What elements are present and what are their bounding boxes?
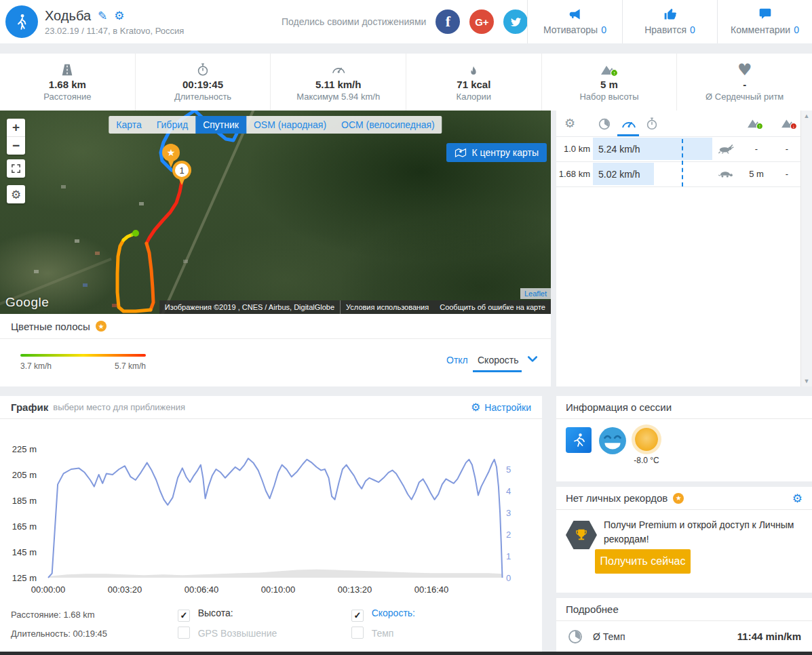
- svg-text:205 m: 205 m: [12, 470, 37, 480]
- stat-calories: 71 kcal Калории: [406, 54, 541, 111]
- chart-footer-duration: Длительность: 00:19:45: [11, 629, 107, 639]
- color-bands-title: Цветные полосы: [11, 321, 90, 332]
- altitude-checkbox-label: Высота:: [198, 608, 233, 618]
- megaphone-icon: [568, 7, 583, 21]
- details-title: Подробнее: [566, 603, 619, 615]
- motivators-button[interactable]: Мотиваторы0: [527, 0, 622, 43]
- session-info-card: Информация о сессии -8.0 °C: [556, 396, 812, 481]
- stat-speed: 5.11 km/h Максимум 5.94 km/h: [270, 54, 406, 111]
- records-settings-gear-icon[interactable]: ⚙: [792, 492, 803, 505]
- svg-text:00:13:20: 00:13:20: [338, 584, 372, 595]
- chevron-down-icon[interactable]: [526, 352, 539, 365]
- bands-mode-tab[interactable]: Скорость: [478, 355, 518, 365]
- activity-title: Ходьба: [45, 8, 91, 24]
- leaflet-attribution[interactable]: Leaflet: [520, 288, 551, 299]
- svg-text:00:16:40: 00:16:40: [414, 584, 449, 595]
- activity-avatar: [5, 5, 38, 38]
- layer-osm-button[interactable]: OSM (народная): [246, 116, 334, 134]
- zoom-out-button[interactable]: −: [7, 137, 25, 155]
- twitter-share-button[interactable]: [503, 9, 528, 34]
- lap-row-2[interactable]: 1.68 km 5.02 km/h 5 m -: [556, 161, 800, 187]
- mood-smiley-icon: [598, 426, 627, 455]
- svg-text:4: 4: [506, 486, 511, 496]
- runner-icon: [571, 432, 587, 448]
- bands-off-link[interactable]: Откл: [446, 355, 468, 365]
- speedometer-icon: [330, 62, 347, 77]
- speed-checkbox[interactable]: ✓: [351, 610, 364, 622]
- turtle-icon: [718, 168, 734, 179]
- ascent-column-icon[interactable]: ↑: [746, 117, 764, 130]
- stat-distance: 1.68 km Расстояние: [0, 54, 135, 111]
- speed-tab-icon-active[interactable]: [620, 117, 638, 132]
- motivators-label: Мотиваторы: [543, 24, 598, 35]
- chart-title: График: [11, 401, 48, 413]
- road-icon: [59, 62, 75, 77]
- center-map-button[interactable]: К центру карты: [446, 143, 547, 162]
- likes-label: Нравится: [644, 24, 687, 35]
- layer-osm-bike-button[interactable]: ОСМ (велосипедная): [334, 116, 442, 134]
- svg-text:145 m: 145 m: [12, 547, 37, 557]
- premium-star-icon: ★: [96, 321, 107, 332]
- likes-button[interactable]: Нравится0: [622, 0, 717, 43]
- lap-speed-value: 5.24 km/h: [598, 144, 640, 155]
- map[interactable]: ★1 Карта Гибрид Спутник OSM (народная) О…: [0, 111, 551, 314]
- edit-pencil-icon[interactable]: ✎: [98, 9, 107, 22]
- pace-checkbox-row: Темп: [351, 627, 393, 639]
- pace-tab-icon[interactable]: [597, 117, 612, 132]
- lap-threshold-dashed-line: [682, 139, 683, 186]
- fullscreen-icon: [11, 163, 21, 174]
- stat-heart-rate-label: Ø Сердечный ритм: [705, 92, 784, 102]
- scroll-down-arrow-icon[interactable]: ▼: [804, 378, 810, 384]
- duration-tab-icon[interactable]: [644, 117, 659, 132]
- svg-text:↓: ↓: [792, 123, 795, 130]
- walking-person-icon: [13, 13, 31, 31]
- comments-button[interactable]: Комментарии0: [717, 0, 812, 43]
- layer-satellite-button[interactable]: Спутник: [195, 116, 246, 134]
- stat-ascent-label: Набор высоты: [579, 92, 638, 102]
- layer-hybrid-button[interactable]: Гибрид: [149, 116, 195, 134]
- share-prompt: Поделись своими достижениями: [282, 16, 426, 27]
- svg-text:00:06:40: 00:06:40: [185, 584, 219, 595]
- altitude-checkbox-row: ✓ Высота:: [178, 608, 233, 622]
- google-plus-share-button[interactable]: G+: [469, 9, 494, 34]
- ascent-mountain-icon: ↑: [600, 62, 619, 77]
- descent-column-icon[interactable]: ↓: [780, 117, 798, 130]
- terms-link[interactable]: Условия использования: [341, 303, 434, 311]
- svg-text:00:10:00: 00:10:00: [261, 584, 296, 595]
- facebook-share-button[interactable]: f: [436, 9, 460, 34]
- laps-scrollbar[interactable]: ▲▼: [800, 111, 812, 386]
- gps-elevation-checkbox[interactable]: [178, 627, 190, 639]
- map-center-icon: [455, 147, 467, 158]
- stat-heart-rate: ♥ - Ø Сердечный ритм: [676, 54, 812, 111]
- stat-duration-value: 00:19:45: [182, 79, 223, 90]
- gradient-min-label: 3.7 km/h: [20, 361, 52, 371]
- chart-hint: выбери место для приближения: [53, 402, 185, 412]
- svg-text:00:00:00: 00:00:00: [31, 584, 66, 595]
- settings-gear-icon[interactable]: ⚙: [114, 9, 124, 22]
- lap-speed-value: 5.02 km/h: [598, 169, 640, 180]
- twitter-bird-icon: [509, 16, 522, 28]
- chart-header: График выбери место для приближения ⚙ На…: [0, 396, 542, 419]
- svg-text:0: 0: [506, 573, 511, 583]
- svg-text:00:03:20: 00:03:20: [108, 584, 142, 595]
- chart-settings-link[interactable]: ⚙ Настройки: [471, 401, 531, 414]
- color-bands-header: Цветные полосы ★: [0, 314, 551, 339]
- bottom-strip: [0, 652, 812, 655]
- lap-distance: 1.68 km: [556, 169, 592, 179]
- map-settings-button[interactable]: ⚙: [7, 185, 25, 203]
- stat-ascent: ↑ 5 m Набор высоты: [541, 54, 677, 111]
- motivators-count: 0: [601, 24, 606, 35]
- lap-row-1[interactable]: 1.0 km 5.24 km/h - -: [556, 136, 800, 162]
- elevation-speed-chart[interactable]: 225 m205 m185 m165 m145 m125 m54321000:0…: [4, 427, 537, 605]
- stopwatch-icon: [195, 62, 211, 77]
- pace-checkbox[interactable]: [351, 627, 364, 639]
- scroll-up-arrow-icon[interactable]: ▲: [804, 113, 810, 119]
- report-error-link[interactable]: Сообщить об ошибке на карте: [434, 303, 551, 311]
- zoom-in-button[interactable]: +: [7, 119, 25, 137]
- get-premium-button[interactable]: Получить сейчас: [595, 549, 691, 574]
- laps-settings-gear-icon[interactable]: ⚙: [564, 116, 575, 130]
- fullscreen-button[interactable]: [7, 159, 25, 178]
- layer-map-button[interactable]: Карта: [109, 116, 149, 134]
- altitude-checkbox[interactable]: ✓: [178, 610, 190, 622]
- center-map-label: К центру карты: [471, 147, 539, 158]
